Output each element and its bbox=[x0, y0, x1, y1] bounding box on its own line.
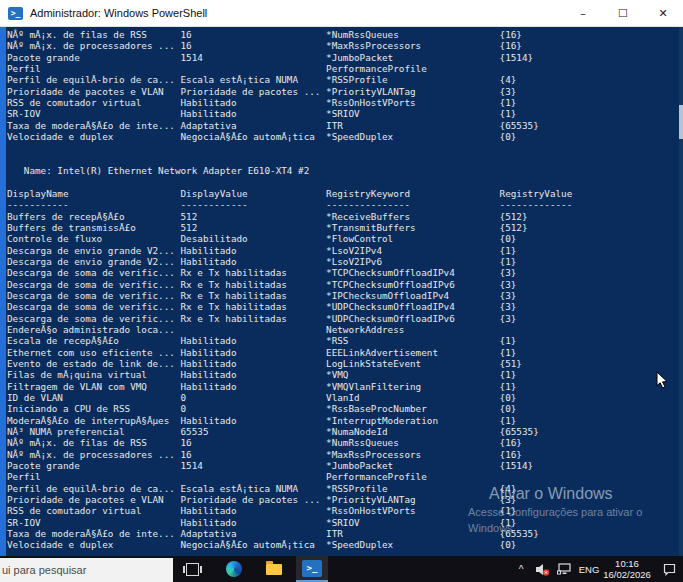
background-window-edge bbox=[0, 27, 6, 556]
taskbar: ui para pesquisar >_ ^ bbox=[0, 556, 683, 582]
window-titlebar[interactable]: >_ Administrador: Windows PowerShell – ☐… bbox=[0, 0, 683, 27]
task-view-icon bbox=[186, 563, 199, 576]
powershell-icon: >_ bbox=[302, 560, 322, 577]
network-tray-button[interactable] bbox=[554, 556, 574, 582]
edge-icon bbox=[226, 561, 242, 577]
folder-icon bbox=[266, 564, 282, 575]
clock-date: 16/02/2026 bbox=[602, 569, 652, 580]
volume-tray-button[interactable] bbox=[532, 556, 552, 582]
search-placeholder: ui para pesquisar bbox=[2, 564, 86, 576]
task-view-button[interactable] bbox=[178, 556, 206, 582]
minimize-button[interactable]: – bbox=[563, 0, 603, 26]
maximize-button[interactable]: ☐ bbox=[603, 0, 643, 26]
language-indicator[interactable]: ENG bbox=[576, 556, 602, 582]
language-label: ENG bbox=[579, 564, 600, 575]
speaker-muted-icon bbox=[535, 563, 550, 576]
console-scrollbar[interactable] bbox=[679, 27, 683, 556]
file-explorer-button[interactable] bbox=[260, 556, 288, 582]
scrollbar-thumb[interactable] bbox=[679, 105, 683, 139]
powershell-console[interactable]: NÂº mÃ¡x. de filas de RSS 16 *NumRssQueu… bbox=[0, 27, 683, 556]
clock-tray[interactable]: 10:16 16/02/2026 bbox=[602, 556, 652, 582]
mouse-cursor-icon bbox=[656, 372, 668, 393]
search-input[interactable]: ui para pesquisar bbox=[0, 558, 173, 582]
action-center-button[interactable] bbox=[656, 556, 683, 582]
edge-browser-button[interactable] bbox=[220, 556, 248, 582]
desktop-screen: >_ Administrador: Windows PowerShell – ☐… bbox=[0, 0, 683, 582]
close-button[interactable]: ✕ bbox=[643, 0, 683, 26]
window-controls: – ☐ ✕ bbox=[563, 0, 683, 26]
powershell-taskbar-button[interactable]: >_ bbox=[296, 556, 328, 582]
window-title: Administrador: Windows PowerShell bbox=[30, 7, 207, 19]
action-center-icon bbox=[663, 563, 676, 576]
tray-overflow-button[interactable]: ^ bbox=[512, 556, 530, 582]
console-text: NÂº mÃ¡x. de filas de RSS 16 *NumRssQueu… bbox=[0, 27, 683, 551]
chevron-up-icon: ^ bbox=[519, 564, 524, 575]
clock-time: 10:16 bbox=[602, 558, 652, 569]
powershell-window-icon: >_ bbox=[8, 7, 23, 20]
ethernet-network-icon bbox=[557, 563, 572, 575]
